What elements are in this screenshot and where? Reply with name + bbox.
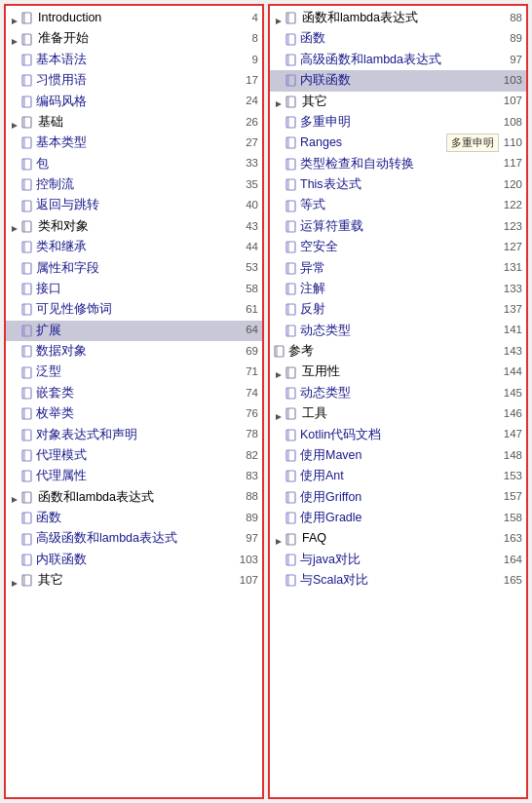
svg-rect-99 bbox=[286, 367, 295, 378]
toc-item[interactable]: 扩展64 bbox=[6, 321, 262, 341]
toc-item[interactable]: 类和对象43 bbox=[6, 216, 262, 237]
toc-item[interactable]: 类和继承44 bbox=[6, 237, 262, 257]
page-number: 4 bbox=[235, 10, 258, 27]
page-number: 40 bbox=[235, 197, 258, 214]
svg-rect-4 bbox=[22, 34, 31, 45]
book-icon bbox=[285, 407, 297, 420]
svg-rect-46 bbox=[22, 450, 31, 461]
toc-item[interactable]: 反射137 bbox=[270, 299, 526, 320]
book-icon bbox=[285, 303, 297, 316]
toc-item[interactable]: 动态类型145 bbox=[270, 383, 526, 403]
toc-item[interactable]: 内联函数103 bbox=[6, 550, 262, 570]
item-text: 动态类型 bbox=[300, 384, 499, 402]
toc-item[interactable]: 类型检查和自动转换117 bbox=[270, 154, 526, 174]
toc-item[interactable]: 使用Ant153 bbox=[270, 466, 526, 486]
toc-item[interactable]: 函数89 bbox=[270, 28, 526, 49]
book-icon bbox=[21, 54, 33, 66]
toc-item[interactable]: 互用性144 bbox=[270, 362, 526, 382]
svg-marker-23 bbox=[12, 226, 18, 232]
toc-item[interactable]: 函数89 bbox=[6, 508, 262, 528]
toc-item[interactable]: 使用Maven148 bbox=[270, 445, 526, 466]
toc-item[interactable]: 运算符重载123 bbox=[270, 216, 526, 237]
page-number: 9 bbox=[235, 52, 258, 69]
svg-marker-50 bbox=[12, 497, 18, 503]
toc-item[interactable]: 准备开始8 bbox=[6, 28, 262, 49]
toc-item[interactable]: 基本语法9 bbox=[6, 50, 262, 70]
page-number: 27 bbox=[235, 134, 258, 152]
toc-item[interactable]: 异常131 bbox=[270, 258, 526, 279]
toc-item[interactable]: 使用Griffon157 bbox=[270, 487, 526, 508]
book-icon bbox=[21, 96, 33, 108]
toc-item[interactable]: 包33 bbox=[6, 154, 262, 174]
toc-item[interactable]: 数据对象69 bbox=[6, 341, 262, 362]
page-number: 44 bbox=[235, 239, 258, 256]
toc-item[interactable]: 参考143 bbox=[270, 341, 526, 362]
toc-item[interactable]: 等式122 bbox=[270, 195, 526, 215]
toc-item[interactable]: 返回与跳转40 bbox=[6, 195, 262, 215]
svg-rect-96 bbox=[275, 346, 284, 357]
svg-rect-65 bbox=[286, 34, 295, 45]
item-text: 注解 bbox=[300, 280, 499, 298]
item-text: 嵌套类 bbox=[36, 384, 235, 402]
toc-item[interactable]: 对象表达式和声明78 bbox=[6, 425, 262, 445]
toc-item[interactable]: 注解133 bbox=[270, 279, 526, 299]
toc-item[interactable]: 高级函数和lambda表达式97 bbox=[270, 50, 526, 70]
toc-item[interactable]: 嵌套类74 bbox=[6, 383, 262, 403]
toc-item[interactable]: Introduction4 bbox=[6, 8, 262, 28]
toc-item[interactable]: 基础26 bbox=[6, 112, 262, 133]
toc-item[interactable]: 编码风格24 bbox=[6, 92, 262, 112]
toc-item[interactable]: 接口58 bbox=[6, 279, 262, 299]
svg-rect-121 bbox=[286, 575, 295, 586]
page-number: 33 bbox=[235, 155, 258, 172]
item-text: 准备开始 bbox=[38, 29, 235, 48]
item-text: 可见性修饰词 bbox=[36, 300, 235, 319]
toc-item[interactable]: 与Scala对比165 bbox=[270, 570, 526, 591]
book-icon bbox=[21, 429, 33, 441]
arrow-book-icon bbox=[10, 491, 36, 504]
tooltip-badge: 多重申明 bbox=[446, 134, 499, 152]
toc-item[interactable]: 多重申明108 bbox=[270, 112, 526, 133]
toc-item[interactable]: 高级函数和lambda表达式97 bbox=[6, 528, 262, 549]
toc-item[interactable]: 内联函数103 bbox=[270, 70, 526, 91]
toc-item[interactable]: 可见性修饰词61 bbox=[6, 299, 262, 320]
item-text: 高级函数和lambda表达式 bbox=[300, 51, 499, 69]
toc-item[interactable]: 工具146 bbox=[270, 403, 526, 424]
svg-rect-13 bbox=[22, 117, 31, 128]
book-icon bbox=[21, 554, 33, 566]
toc-item[interactable]: 其它107 bbox=[270, 92, 526, 112]
toc-item[interactable]: 属性和字段53 bbox=[6, 258, 262, 279]
toc-item[interactable]: 函数和lambda表达式88 bbox=[6, 487, 262, 508]
toc-item[interactable]: 其它107 bbox=[6, 570, 262, 591]
item-text: 代理模式 bbox=[36, 446, 235, 465]
book-icon bbox=[285, 283, 297, 295]
svg-rect-21 bbox=[22, 201, 31, 211]
toc-item[interactable]: This表达式120 bbox=[270, 174, 526, 195]
toc-item[interactable]: 动态类型141 bbox=[270, 321, 526, 341]
svg-rect-19 bbox=[22, 179, 31, 190]
toc-item[interactable]: 基本类型27 bbox=[6, 133, 262, 153]
toc-item[interactable]: 枚举类76 bbox=[6, 403, 262, 424]
item-text: 类和对象 bbox=[38, 217, 235, 236]
toc-item[interactable]: 代理属性83 bbox=[6, 466, 262, 486]
toc-item[interactable]: 空安全127 bbox=[270, 237, 526, 257]
toc-item[interactable]: 控制流35 bbox=[6, 174, 262, 195]
toc-item[interactable]: 与java对比164 bbox=[270, 550, 526, 570]
svg-rect-53 bbox=[22, 513, 31, 523]
toc-item[interactable]: Kotlin代码文档147 bbox=[270, 425, 526, 445]
page-number: 143 bbox=[499, 343, 522, 361]
toc-item[interactable]: 代理模式82 bbox=[6, 445, 262, 466]
toc-item[interactable]: Ranges多重申明110 bbox=[270, 133, 526, 153]
svg-rect-1 bbox=[22, 13, 31, 23]
toc-item[interactable]: 泛型71 bbox=[6, 362, 262, 382]
svg-rect-86 bbox=[286, 242, 295, 252]
toc-item[interactable]: 使用Gradle158 bbox=[270, 508, 526, 528]
toc-item[interactable]: FAQ163 bbox=[270, 528, 526, 549]
toc-item[interactable]: 习惯用语17 bbox=[6, 70, 262, 91]
svg-rect-67 bbox=[286, 55, 295, 65]
book-icon bbox=[21, 220, 33, 233]
page-number: 137 bbox=[499, 301, 522, 319]
toc-item[interactable]: 函数和lambda表达式88 bbox=[270, 8, 526, 28]
svg-rect-90 bbox=[286, 284, 295, 294]
svg-rect-24 bbox=[22, 221, 31, 232]
svg-rect-48 bbox=[22, 471, 31, 481]
